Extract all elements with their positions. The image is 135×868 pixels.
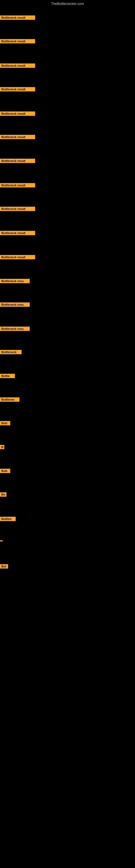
bottleneck-result-label: Bot <box>0 564 8 568</box>
bottleneck-result-label: Bottleneck result <box>0 39 35 43</box>
bottleneck-result-label: Bottleneck result <box>0 159 35 163</box>
bottleneck-result-label: Bo <box>0 492 6 497</box>
bottleneck-result-label: Bottlenec <box>0 397 19 402</box>
bottleneck-result-label: Bottleneck resu <box>0 303 30 307</box>
bottleneck-result-label: Bottleneck result <box>0 183 35 187</box>
bottleneck-result-label: Bottle <box>0 374 15 378</box>
bottleneck-result-label: Bottleneck result <box>0 231 35 235</box>
bottleneck-result-label: Bottleneck resu <box>0 327 30 331</box>
bottleneck-result-label: Bottleneck result <box>0 63 35 68</box>
bottleneck-result-label: Bottleneck result <box>0 16 35 20</box>
bottleneck-result-label: Bottlen <box>0 517 16 521</box>
bottleneck-result-label: Bottleneck result <box>0 207 35 211</box>
bottleneck-result-label: Bottleneck resu <box>0 279 30 283</box>
bottleneck-result-label: Bottleneck result <box>0 135 35 139</box>
bottleneck-result-label: B <box>0 445 4 449</box>
bottleneck-result-label: Bottleneck <box>0 350 21 354</box>
bottleneck-result-label: Bottleneck result <box>0 255 35 259</box>
bottleneck-result-label: Bottleneck result <box>0 112 35 116</box>
bottleneck-result-label: Bott <box>0 421 10 425</box>
bottleneck-result-label: Bott <box>0 469 10 473</box>
bottleneck-result-label: Bottleneck result <box>0 87 35 91</box>
bottleneck-result-label <box>0 540 3 541</box>
site-title: TheBottlenecker.com <box>0 1 135 7</box>
